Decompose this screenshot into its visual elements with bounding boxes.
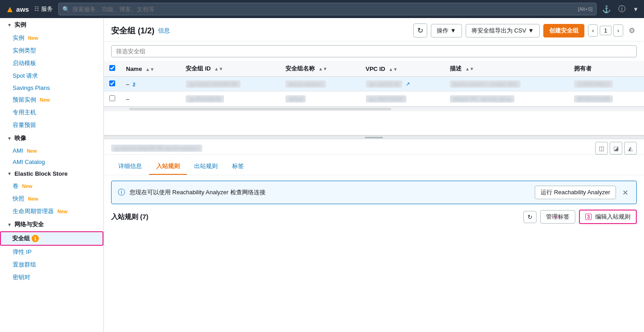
chevron-down-icon: ▼: [450, 27, 456, 34]
notice-text: 您现在可以使用 Reachability Analyzer 检查网络连接: [130, 188, 530, 196]
notice-close-button[interactable]: ✕: [621, 188, 630, 197]
settings-button[interactable]: ⚙: [627, 24, 637, 37]
tab-outbound-rules[interactable]: 出站规则: [187, 159, 225, 175]
sidebar-group-label: Elastic Block Store: [14, 170, 68, 177]
panel-expand-icon[interactable]: ◪: [610, 142, 622, 154]
refresh-rules-button[interactable]: ↻: [523, 211, 537, 223]
tab-details[interactable]: 详细信息: [111, 159, 149, 175]
select-all-checkbox[interactable]: [109, 65, 115, 71]
run-analyzer-button[interactable]: 运行 Reachability Analyzer: [535, 186, 616, 199]
sidebar-item-snapshots[interactable]: 快照 New: [0, 192, 103, 205]
info-icon: ⓘ: [118, 188, 125, 197]
row-checkbox-cell: [104, 77, 121, 92]
row-checkbox[interactable]: [109, 80, 115, 86]
table-row[interactable]: – sg-0f1e2d3c4b default vpc-0b2c3d4e5f d…: [104, 92, 644, 107]
refresh-button[interactable]: ↻: [413, 23, 427, 37]
col-owner: 拥有者: [569, 61, 644, 77]
sidebar-item-key-pairs[interactable]: 密钥对: [0, 271, 103, 284]
sidebar-group-network-security[interactable]: ▼ 网络与安全: [0, 218, 103, 231]
tab-inbound-rules[interactable]: 入站规则: [149, 159, 187, 175]
services-menu[interactable]: ☷ 服务: [34, 5, 53, 13]
sidebar-item-spot-requests[interactable]: Spot 请求: [0, 70, 103, 82]
sidebar-item-ami-catalog[interactable]: AMI Catalog: [0, 156, 103, 168]
help-icon[interactable]: ⓘ: [618, 5, 625, 14]
sidebar-item-elastic-ips[interactable]: 弹性 IP: [0, 246, 103, 258]
cell-sg-name: default: [280, 92, 360, 107]
prev-page-button[interactable]: ‹: [588, 24, 598, 37]
edit-rules-container: → 3 编辑入站规则: [579, 210, 637, 224]
sidebar: ▼ 实例 实例 New 实例类型 启动模板 Spot 请求 Savings Pl…: [0, 18, 104, 332]
sidebar-item-dedicated-hosts[interactable]: 专用主机: [0, 106, 103, 119]
notice-banner: ⓘ 您现在可以使用 Reachability Analyzer 检查网络连接 运…: [111, 181, 637, 204]
tabs-row: 详细信息 入站规则 出站规则 标签: [111, 159, 637, 175]
cell-sg-name: launch-wizard-1: [280, 77, 360, 92]
global-search-input[interactable]: [72, 6, 578, 13]
table-scrollbar: [104, 107, 644, 111]
arrow-icon: ▼: [7, 171, 12, 176]
bottom-panel: sg-0a1b2c3d4e5f6789 launch-wizard-1 ◫ ◪ …: [104, 139, 644, 332]
row-checkbox[interactable]: [109, 95, 115, 101]
chevron-down-icon: ▼: [528, 27, 534, 34]
resize-divider[interactable]: [104, 136, 644, 139]
cell-name: – 2: [121, 77, 180, 92]
col-sg-name: 安全组名称 ▲▼: [280, 61, 360, 77]
info-link[interactable]: 信息: [158, 27, 170, 35]
sidebar-item-ami[interactable]: AMI New: [0, 145, 103, 156]
sidebar-group-label: 网络与安全: [14, 220, 44, 229]
arrow-icon: ▼: [7, 222, 12, 227]
sidebar-group-ebs[interactable]: ▼ Elastic Block Store: [0, 168, 103, 180]
sidebar-group-instances[interactable]: ▼ 实例: [0, 18, 103, 32]
panel-title: 安全组 (1/2) 信息: [111, 25, 170, 36]
select-all-header: [104, 61, 121, 77]
search-input[interactable]: [111, 45, 637, 57]
bell-icon[interactable]: ⚓: [602, 5, 611, 14]
actions-button[interactable]: 操作 ▼: [431, 24, 462, 37]
security-groups-badge: 1: [32, 235, 39, 242]
global-search-bar[interactable]: 🔍 [Alt+S]: [58, 3, 597, 15]
sidebar-item-savings-plans[interactable]: Savings Plans: [0, 82, 103, 94]
content-area: 安全组 (1/2) 信息 ↻ 操作 ▼ 将安全组导出为 CSV ▼ 创建安全组: [104, 18, 644, 332]
cell-sg-id: sg-0a1b2c3d4e5f6789: [180, 77, 280, 92]
search-shortcut: [Alt+S]: [578, 6, 593, 12]
panel-header: 安全组 (1/2) 信息 ↻ 操作 ▼ 将安全组导出为 CSV ▼ 创建安全组: [104, 18, 644, 42]
sidebar-item-security-groups[interactable]: 安全组 1: [0, 231, 103, 246]
panel-split-icon[interactable]: ◫: [595, 142, 608, 154]
sidebar-item-volumes[interactable]: 卷 New: [0, 180, 103, 192]
sidebar-item-placement-groups[interactable]: 置放群组: [0, 258, 103, 271]
sidebar-item-launch-templates[interactable]: 启动模板: [0, 57, 103, 70]
page-number: 1: [600, 26, 611, 35]
create-button[interactable]: 创建安全组: [543, 24, 584, 37]
sidebar-item-capacity-reservations[interactable]: 容量预留: [0, 119, 103, 131]
arrow-icon: ▼: [7, 23, 12, 28]
sidebar-item-lifecycle-manager[interactable]: 生命周期管理器 New: [0, 205, 103, 218]
top-navigation: ▲ aws ☷ 服务 🔍 [Alt+S] ⚓ ⓘ ▼: [0, 0, 644, 18]
sidebar-item-reserved-instances[interactable]: 预留实例 New: [0, 94, 103, 106]
table-container: Name ▲▼ 安全组 ID ▲▼ 安全组名称 ▲▼ VPC ID ▲▼ 描述 …: [104, 61, 644, 107]
cell-description: launch-wizard-1 created 2021: [444, 77, 569, 92]
sidebar-group-label: 映像: [14, 134, 26, 142]
region-selector[interactable]: ▼: [633, 6, 639, 13]
aws-logo[interactable]: ▲ aws: [5, 4, 29, 14]
cell-vpc-id: vpc-0a1b2c3d ↗: [360, 77, 445, 92]
search-bar: [104, 42, 644, 61]
arrow-icon: ▼: [7, 136, 12, 141]
external-link-icon[interactable]: ↗: [406, 81, 410, 87]
cell-description: default VPC security group: [444, 92, 569, 107]
cell-owner: 987654321098: [569, 92, 644, 107]
tab-tags[interactable]: 标签: [225, 159, 251, 175]
sidebar-item-instance-types[interactable]: 实例类型: [0, 44, 103, 57]
sidebar-group-label: 实例: [14, 21, 26, 29]
panel-icons-right: ◫ ◪ ◭: [595, 142, 637, 154]
next-page-button[interactable]: ›: [613, 24, 623, 37]
panel-minimize-icon[interactable]: ◭: [624, 142, 637, 154]
col-vpc-id: VPC ID ▲▼: [360, 61, 445, 77]
inbound-rules-header: 入站规则 (7) ↻ 管理标签 → 3 编辑入站规则: [111, 210, 637, 224]
nav-right-icons: ⚓ ⓘ ▼: [602, 5, 639, 14]
sidebar-group-images[interactable]: ▼ 映像: [0, 131, 103, 145]
top-panel: 安全组 (1/2) 信息 ↻ 操作 ▼ 将安全组导出为 CSV ▼ 创建安全组: [104, 18, 644, 136]
export-button[interactable]: 将安全组导出为 CSV ▼: [466, 24, 540, 37]
edit-inbound-rules-button[interactable]: 3 编辑入站规则: [579, 210, 637, 224]
inbound-rules-actions: ↻ 管理标签 → 3 编辑入站规则: [523, 210, 637, 224]
table-row[interactable]: – 2 sg-0a1b2c3d4e5f6789 launch-wizard-1 …: [104, 77, 644, 92]
sidebar-item-instances[interactable]: 实例 New: [0, 32, 103, 44]
